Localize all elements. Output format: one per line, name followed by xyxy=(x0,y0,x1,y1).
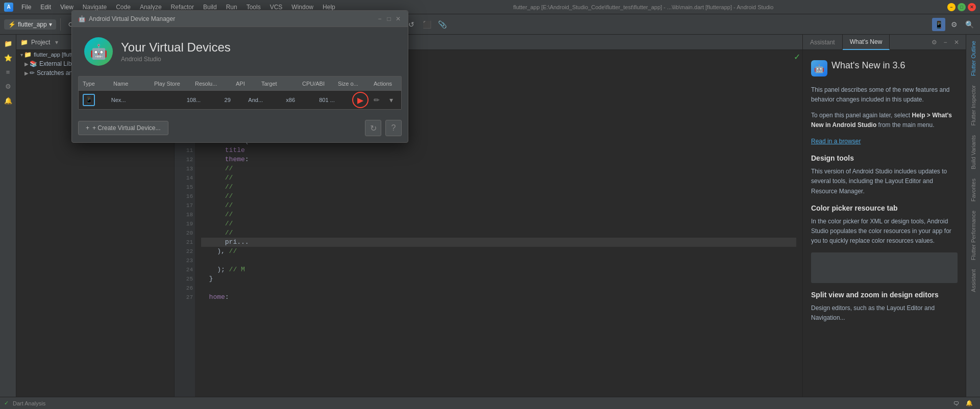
avd-footer: + + Create Virtual Device... ↻ ? xyxy=(72,114,408,142)
avd-titlebar: 🤖 Android Virtual Device Manager − □ ✕ xyxy=(72,11,408,27)
col-size: Size o... xyxy=(334,81,370,87)
toolbar-separator-1 xyxy=(60,18,61,31)
stop-button[interactable]: ⬛ xyxy=(420,18,433,31)
notifications-button[interactable]: 🔔 xyxy=(963,397,976,410)
help-button[interactable]: ? xyxy=(385,120,402,136)
col-name: Name xyxy=(109,81,150,87)
sidebar-notification-icon[interactable]: 🔔 xyxy=(2,94,15,107)
col-type: Type xyxy=(79,81,109,87)
sdk-manager-button[interactable]: ⚙ xyxy=(947,18,961,31)
avd-header-title: Your Virtual Devices xyxy=(121,40,231,55)
color-picker-heading: Color picker resource tab xyxy=(811,202,958,214)
device-name-cell: Nex... xyxy=(107,97,145,103)
device-type-icon: 📱 xyxy=(79,94,107,106)
flutter-performance-tab[interactable]: Flutter Performance xyxy=(968,207,978,264)
col-actions: Actions xyxy=(370,81,401,87)
left-sidebar: 📁 ⭐ ≡ ⚙ 🔔 xyxy=(0,35,16,397)
col-api: API xyxy=(232,81,257,87)
api-cell: 29 xyxy=(220,97,244,103)
project-selector[interactable]: ⚡ flutter_app ▾ xyxy=(4,19,56,30)
whats-new-heading: What's New in 3.6 xyxy=(831,58,905,73)
right-panel-content: 🤖 What's New in 3.6 This panel describes… xyxy=(803,50,966,397)
build-variants-tab[interactable]: Build Variants xyxy=(968,131,978,173)
col-cpu: CPU/ABI xyxy=(298,81,334,87)
create-btn-label: + Create Virtual Device... xyxy=(92,124,161,132)
design-tools-text: This version of Android Studio includes … xyxy=(811,167,958,196)
right-panel-tabs: Assistant What's New ⚙ − ✕ xyxy=(803,35,966,50)
col-target: Target xyxy=(257,81,298,87)
settings-gear-icon[interactable]: ⚙ xyxy=(929,37,939,47)
assistant-tab-right[interactable]: Assistant xyxy=(968,265,978,296)
table-row: 📱 Nex... 108... 29 And... x86 801 ... ▶ … xyxy=(79,91,401,109)
search-button[interactable]: 🔍 xyxy=(963,18,976,31)
sidebar-favorites-icon[interactable]: ⭐ xyxy=(2,51,15,64)
device-icon: 📱 xyxy=(83,94,95,106)
intro-text: This panel describes some of the new fea… xyxy=(811,85,958,105)
avd-header-text: Your Virtual Devices Android Studio xyxy=(121,40,231,63)
status-ok-icon: ✓ xyxy=(4,400,9,406)
avd-header: 🤖 Your Virtual Devices Android Studio xyxy=(72,27,408,76)
avd-logo: 🤖 xyxy=(84,37,113,66)
actions-cell: ▶ ✏ ▾ xyxy=(348,92,401,108)
right-panel-actions: ⚙ − ✕ xyxy=(929,37,966,47)
refresh-button[interactable]: ↻ xyxy=(365,120,381,136)
assistant-panel: Assistant What's New ⚙ − ✕ 🤖 What's New … xyxy=(802,35,966,397)
app-icon: A xyxy=(4,3,13,12)
tree-arrow-icon-2: ▶ xyxy=(24,61,29,67)
tab-whats-new[interactable]: What's New xyxy=(843,35,890,50)
bottom-bar: ✓ Dart Analysis 🗨 🔔 xyxy=(0,397,980,409)
create-virtual-device-button[interactable]: + + Create Virtual Device... xyxy=(78,121,168,135)
window-title: flutter_app [E:\Android_Studio_Code\flut… xyxy=(340,4,946,10)
chevron-down-icon: ▾ xyxy=(49,21,52,28)
avd-header-subtitle: Android Studio xyxy=(121,56,231,63)
help-menu-reference: Help > What's New in Android Studio xyxy=(811,112,952,129)
flutter-outline-tab[interactable]: Flutter Outline xyxy=(968,37,978,80)
avd-launch-button[interactable]: ▶ xyxy=(352,92,369,108)
sidebar-project-icon[interactable]: 📁 xyxy=(2,37,15,50)
minimize-button[interactable]: − xyxy=(947,3,955,11)
avd-title-text: Android Virtual Device Manager xyxy=(89,15,374,22)
event-log-button[interactable]: 🗨 xyxy=(949,397,963,410)
library-icon: 📚 xyxy=(30,60,37,67)
open-instructions-text: To open this panel again later, select H… xyxy=(811,111,958,130)
attach-button[interactable]: 📎 xyxy=(435,18,449,31)
version-badge: 🤖 What's New in 3.6 xyxy=(811,58,958,79)
folder-icon: 📁 xyxy=(24,51,32,58)
project-icon: ⚡ xyxy=(8,21,16,28)
menu-file[interactable]: File xyxy=(17,3,35,12)
read-in-browser-link[interactable]: Read in a browser xyxy=(811,138,861,145)
favorites-tab[interactable]: Favorites xyxy=(968,174,978,206)
avd-close-button[interactable]: ✕ xyxy=(395,15,402,22)
avd-more-button[interactable]: ▾ xyxy=(385,94,397,106)
tree-arrow-icon-3: ▶ xyxy=(24,70,29,76)
avd-table: Type Name Play Store Resolu... API Targe… xyxy=(78,76,402,110)
avd-edit-button[interactable]: ✏ xyxy=(371,94,383,106)
size-cell: 801 ... xyxy=(315,97,348,103)
design-screenshot-placeholder xyxy=(811,252,958,283)
far-right-tabs: Flutter Outline Flutter Inspector Build … xyxy=(966,35,980,397)
project-panel-icon: 📁 xyxy=(20,39,28,46)
avd-manager-button[interactable]: 📱 xyxy=(932,18,945,31)
avd-maximize-button[interactable]: □ xyxy=(385,15,393,22)
avd-minimize-button[interactable]: − xyxy=(376,15,383,22)
resolution-cell: 108... xyxy=(183,97,220,103)
col-resolution: Resolu... xyxy=(191,81,232,87)
maximize-button[interactable]: □ xyxy=(958,3,966,11)
sidebar-build-variants-icon[interactable]: ⚙ xyxy=(2,80,15,93)
flutter-inspector-tab[interactable]: Flutter Inspector xyxy=(968,81,978,130)
window-controls: − □ ✕ xyxy=(947,3,976,11)
row-actions: ▶ ✏ ▾ xyxy=(352,92,397,108)
avd-table-header: Type Name Play Store Resolu... API Targe… xyxy=(79,76,401,91)
android-icon-small: 🤖 xyxy=(78,15,86,22)
menu-edit[interactable]: Edit xyxy=(36,3,55,12)
panel-minimize-btn-right[interactable]: − xyxy=(940,37,950,47)
close-button[interactable]: ✕ xyxy=(968,3,976,11)
tab-assistant[interactable]: Assistant xyxy=(803,35,843,50)
design-tools-heading: Design tools xyxy=(811,152,958,164)
panel-close-btn-right[interactable]: ✕ xyxy=(951,37,962,47)
read-in-browser-para: Read in a browser xyxy=(811,137,958,146)
color-picker-text: In the color picker for XML or design to… xyxy=(811,217,958,246)
project-panel-title: Project xyxy=(31,39,50,46)
sidebar-structure-icon[interactable]: ≡ xyxy=(2,65,15,79)
dart-analysis-label[interactable]: Dart Analysis xyxy=(13,400,45,406)
